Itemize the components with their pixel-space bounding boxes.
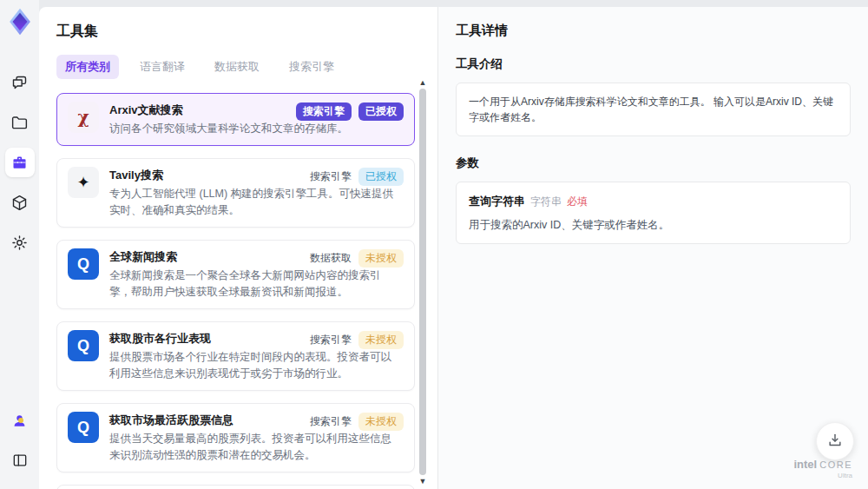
intel-core-logo: intelCORE Ultra [793,459,852,481]
sidebar-item-chat[interactable] [5,68,35,97]
sidebar-item-folder[interactable] [5,108,35,137]
tool-card[interactable]: Q 全球新闻搜索 全球新闻搜索是一个聚合全球各大新闻网站内容的搜索引擎，帮助用户… [56,240,415,309]
scrollbar-thumb[interactable] [419,89,426,475]
tool-badges: 搜索引擎 已授权 [310,168,404,186]
tool-list: χ Arxiv文献搜索 访问各个研究领域大量科学论文和文章的存储库。 搜索引擎 … [56,93,415,489]
parameter-header: 查询字符串字符串必填 [469,193,838,209]
parameter-box: 查询字符串字符串必填 用于搜索的Arxiv ID、关键字或作者姓名。 [456,182,851,244]
category-tabs: 所有类别语言翻译数据获取搜索引擎 [56,55,437,79]
layout-panel-icon [11,452,29,469]
intro-heading: 工具介绍 [456,56,851,72]
category-badge: 搜索引擎 [310,331,352,349]
tool-description: 提供股票市场各个行业在特定时间段内的表现。投资者可以利用这些信息来识别表现优于或… [109,349,404,382]
category-badge: 搜索引擎 [310,413,352,431]
toolbox-icon [10,154,29,172]
sidebar [0,0,39,489]
tool-description: 专为人工智能代理 (LLM) 构建的搜索引擎工具。可快速提供实时、准确和真实的结… [109,186,404,219]
blue-search-icon: Q [68,248,99,280]
sidebar-nav [5,63,35,262]
sidebar-item-cube[interactable] [5,188,35,217]
sidebar-item-toolbox[interactable] [5,148,35,177]
tool-description: 全球新闻搜索是一个聚合全球各大新闻网站内容的搜索引擎，帮助用户快速获取全球最新资… [109,268,404,301]
tool-badges: 数据获取 未授权 [310,249,404,268]
folder-icon [10,114,29,132]
tool-badges: 搜索引擎 未授权 [310,413,404,431]
tool-card[interactable]: ✦ Tavily搜索 专为人工智能代理 (LLM) 构建的搜索引擎工具。可快速提… [56,158,415,228]
auth-status-badge: 未授权 [358,413,404,431]
auth-status-badge: 已授权 [358,168,404,186]
scroll-down-icon[interactable]: ▼ [419,477,427,486]
download-button[interactable] [816,422,854,460]
tool-description: 提供当天交易量最高的股票列表。投资者可以利用这些信息来识别流动性强的股票和潜在的… [109,431,404,464]
tab-translation[interactable]: 语言翻译 [131,55,194,79]
sidebar-item-layout-panel[interactable] [5,446,35,475]
user-icon [11,413,28,429]
tab-all[interactable]: 所有类别 [56,55,119,79]
parameter-required-flag: 必填 [567,195,588,208]
tool-badges: 搜索引擎 已授权 [296,102,404,121]
blue-search-icon: Q [68,412,99,443]
download-icon [826,432,844,452]
scroll-up-icon[interactable]: ▲ [419,78,427,87]
sidebar-item-settings[interactable] [5,228,35,257]
params-heading: 参数 [456,155,851,171]
tavily-sparkle-icon: ✦ [68,167,99,198]
parameter-type: 字符串 [530,195,562,208]
tab-search-engine[interactable]: 搜索引擎 [280,55,343,79]
arxiv-icon: χ [68,102,99,133]
sidebar-bottom [5,400,35,480]
tool-card[interactable]: χ Arxiv文献搜索 访问各个研究领域大量科学论文和文章的存储库。 搜索引擎 … [56,93,415,146]
sidebar-item-user[interactable] [5,406,35,435]
tab-data-fetch[interactable]: 数据获取 [206,55,268,79]
tool-details-panel: 工具详情 工具介绍 一个用于从Arxiv存储库搜索科学论文和文章的工具。 输入可… [437,7,868,489]
page-title: 工具集 [56,23,437,41]
parameter-description: 用于搜索的Arxiv ID、关键字或作者姓名。 [469,217,838,233]
tool-card[interactable]: Q 获取市场最活跃股票信息 提供当天交易量最高的股票列表。投资者可以利用这些信息… [56,403,415,472]
auth-status-badge: 已授权 [358,102,404,121]
tool-description: 访问各个研究领域大量科学论文和文章的存储库。 [109,121,404,137]
list-scrollbar[interactable]: ▲ ▼ [418,78,428,486]
chat-icon [10,74,29,92]
blue-search-icon: Q [68,330,99,361]
auth-status-badge: 未授权 [358,331,404,349]
settings-icon [10,234,29,252]
cube-icon [10,194,29,212]
tool-list-panel: 工具集 所有类别语言翻译数据获取搜索引擎 χ Arxiv文献搜索 访问各个研究领… [39,7,437,489]
category-badge: 数据获取 [310,249,352,268]
category-badge: 搜索引擎 [310,168,352,186]
tool-badges: 搜索引擎 未授权 [310,331,404,349]
tool-card[interactable]: 万维地区新闻查询 查询具体行政区划内的新闻，快速了解各地新闻动 搜索引擎 未授权 [56,485,415,489]
tool-intro-box: 一个用于从Arxiv存储库搜索科学论文和文章的工具。 输入可以是Arxiv ID… [456,83,851,136]
parameter-name: 查询字符串 [469,195,525,208]
auth-status-badge: 未授权 [358,249,404,268]
details-title: 工具详情 [456,23,851,39]
tool-card[interactable]: Q 获取股市各行业表现 提供股票市场各个行业在特定时间段内的表现。投资者可以利用… [56,321,415,391]
category-badge: 搜索引擎 [296,102,352,121]
app-logo-icon [5,7,35,36]
